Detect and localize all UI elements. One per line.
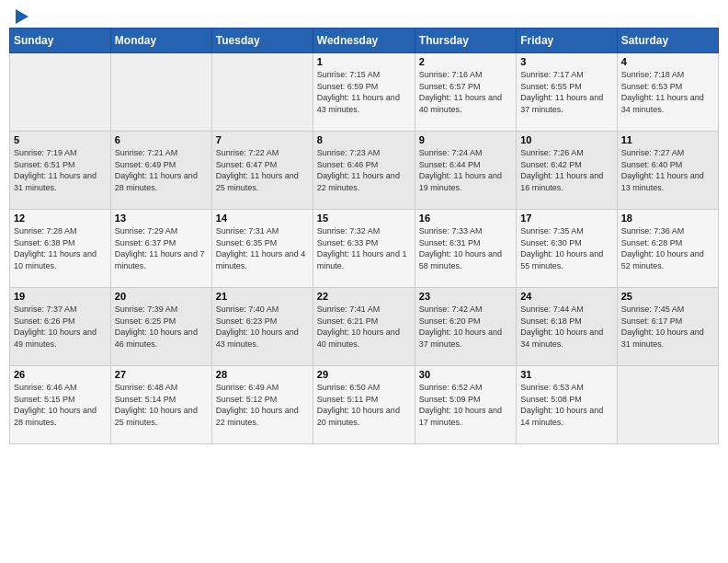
calendar-cell: 22Sunrise: 7:41 AMSunset: 6:21 PMDayligh… <box>313 288 415 366</box>
day-info: Sunrise: 7:31 AMSunset: 6:35 PMDaylight:… <box>216 225 309 271</box>
day-number: 18 <box>621 213 714 224</box>
day-info: Sunrise: 7:39 AMSunset: 6:25 PMDaylight:… <box>115 304 208 350</box>
calendar-cell <box>617 366 718 444</box>
calendar-cell: 20Sunrise: 7:39 AMSunset: 6:25 PMDayligh… <box>110 288 211 366</box>
day-number: 30 <box>419 369 512 380</box>
day-number: 19 <box>14 291 107 302</box>
day-info: Sunrise: 7:42 AMSunset: 6:20 PMDaylight:… <box>419 304 512 350</box>
day-info: Sunrise: 6:53 AMSunset: 5:08 PMDaylight:… <box>520 382 612 428</box>
day-number: 29 <box>317 369 411 380</box>
day-number: 31 <box>520 369 612 380</box>
day-number: 15 <box>317 213 411 224</box>
weekday-header-row: SundayMondayTuesdayWednesdayThursdayFrid… <box>10 29 719 53</box>
calendar-cell <box>10 53 111 132</box>
day-number: 12 <box>14 213 107 224</box>
calendar-cell: 11Sunrise: 7:27 AMSunset: 6:40 PMDayligh… <box>617 132 718 210</box>
day-number: 21 <box>216 291 309 302</box>
day-info: Sunrise: 7:29 AMSunset: 6:37 PMDaylight:… <box>115 225 208 271</box>
day-info: Sunrise: 6:49 AMSunset: 5:12 PMDaylight:… <box>216 382 309 428</box>
calendar-cell: 19Sunrise: 7:37 AMSunset: 6:26 PMDayligh… <box>10 288 111 366</box>
calendar-cell: 3Sunrise: 7:17 AMSunset: 6:55 PMDaylight… <box>517 53 617 132</box>
day-number: 7 <box>216 134 309 145</box>
day-number: 16 <box>419 213 512 224</box>
day-info: Sunrise: 7:40 AMSunset: 6:23 PMDaylight:… <box>216 304 309 350</box>
calendar-cell: 2Sunrise: 7:16 AMSunset: 6:57 PMDaylight… <box>415 53 516 132</box>
day-number: 25 <box>621 291 714 302</box>
calendar-cell: 26Sunrise: 6:46 AMSunset: 5:15 PMDayligh… <box>10 366 111 444</box>
calendar-cell: 28Sunrise: 6:49 AMSunset: 5:12 PMDayligh… <box>211 366 313 444</box>
day-info: Sunrise: 6:50 AMSunset: 5:11 PMDaylight:… <box>317 382 411 428</box>
logo <box>13 9 28 20</box>
day-number: 4 <box>621 56 714 67</box>
weekday-header: Monday <box>110 29 211 53</box>
weekday-header: Sunday <box>10 29 111 53</box>
calendar-cell: 9Sunrise: 7:24 AMSunset: 6:44 PMDaylight… <box>415 132 516 210</box>
day-info: Sunrise: 7:27 AMSunset: 6:40 PMDaylight:… <box>621 147 714 193</box>
day-number: 10 <box>520 134 612 145</box>
day-number: 6 <box>115 134 208 145</box>
weekday-header: Thursday <box>415 29 516 53</box>
day-number: 5 <box>14 134 107 145</box>
day-number: 2 <box>419 56 512 67</box>
day-number: 13 <box>115 213 208 224</box>
day-info: Sunrise: 6:48 AMSunset: 5:14 PMDaylight:… <box>115 382 208 428</box>
calendar-table: SundayMondayTuesdayWednesdayThursdayFrid… <box>9 28 719 444</box>
day-number: 9 <box>419 134 512 145</box>
calendar-cell: 14Sunrise: 7:31 AMSunset: 6:35 PMDayligh… <box>211 210 313 288</box>
day-info: Sunrise: 7:21 AMSunset: 6:49 PMDaylight:… <box>115 147 208 193</box>
calendar-week-row: 5Sunrise: 7:19 AMSunset: 6:51 PMDaylight… <box>10 132 719 210</box>
day-info: Sunrise: 7:15 AMSunset: 6:59 PMDaylight:… <box>317 69 411 115</box>
page-header <box>9 9 719 20</box>
calendar-cell: 1Sunrise: 7:15 AMSunset: 6:59 PMDaylight… <box>313 53 415 132</box>
day-info: Sunrise: 7:17 AMSunset: 6:55 PMDaylight:… <box>520 69 612 115</box>
weekday-header: Saturday <box>617 29 718 53</box>
calendar-cell: 6Sunrise: 7:21 AMSunset: 6:49 PMDaylight… <box>110 132 211 210</box>
calendar-cell: 23Sunrise: 7:42 AMSunset: 6:20 PMDayligh… <box>415 288 516 366</box>
calendar-cell: 7Sunrise: 7:22 AMSunset: 6:47 PMDaylight… <box>211 132 313 210</box>
calendar-cell: 31Sunrise: 6:53 AMSunset: 5:08 PMDayligh… <box>517 366 617 444</box>
weekday-header: Friday <box>517 29 617 53</box>
day-info: Sunrise: 7:32 AMSunset: 6:33 PMDaylight:… <box>317 225 411 271</box>
weekday-header: Tuesday <box>211 29 313 53</box>
calendar-cell: 21Sunrise: 7:40 AMSunset: 6:23 PMDayligh… <box>211 288 313 366</box>
day-info: Sunrise: 7:19 AMSunset: 6:51 PMDaylight:… <box>14 147 107 193</box>
day-info: Sunrise: 7:33 AMSunset: 6:31 PMDaylight:… <box>419 225 512 271</box>
calendar-cell: 25Sunrise: 7:45 AMSunset: 6:17 PMDayligh… <box>617 288 718 366</box>
day-info: Sunrise: 7:26 AMSunset: 6:42 PMDaylight:… <box>520 147 612 193</box>
calendar-week-row: 26Sunrise: 6:46 AMSunset: 5:15 PMDayligh… <box>10 366 719 444</box>
calendar-cell <box>110 53 211 132</box>
day-info: Sunrise: 6:52 AMSunset: 5:09 PMDaylight:… <box>419 382 512 428</box>
day-info: Sunrise: 7:22 AMSunset: 6:47 PMDaylight:… <box>216 147 309 193</box>
day-info: Sunrise: 7:41 AMSunset: 6:21 PMDaylight:… <box>317 304 411 350</box>
calendar-cell: 18Sunrise: 7:36 AMSunset: 6:28 PMDayligh… <box>617 210 718 288</box>
day-info: Sunrise: 7:36 AMSunset: 6:28 PMDaylight:… <box>621 225 714 271</box>
day-number: 23 <box>419 291 512 302</box>
calendar-cell: 13Sunrise: 7:29 AMSunset: 6:37 PMDayligh… <box>110 210 211 288</box>
day-info: Sunrise: 7:24 AMSunset: 6:44 PMDaylight:… <box>419 147 512 193</box>
calendar-cell: 10Sunrise: 7:26 AMSunset: 6:42 PMDayligh… <box>517 132 617 210</box>
calendar-cell: 30Sunrise: 6:52 AMSunset: 5:09 PMDayligh… <box>415 366 516 444</box>
day-info: Sunrise: 7:16 AMSunset: 6:57 PMDaylight:… <box>419 69 512 115</box>
day-number: 1 <box>317 56 411 67</box>
calendar-cell: 24Sunrise: 7:44 AMSunset: 6:18 PMDayligh… <box>517 288 617 366</box>
day-info: Sunrise: 6:46 AMSunset: 5:15 PMDaylight:… <box>14 382 107 428</box>
day-number: 8 <box>317 134 411 145</box>
calendar-cell <box>211 53 313 132</box>
calendar-cell: 4Sunrise: 7:18 AMSunset: 6:53 PMDaylight… <box>617 53 718 132</box>
day-number: 24 <box>520 291 612 302</box>
day-info: Sunrise: 7:28 AMSunset: 6:38 PMDaylight:… <box>14 225 107 271</box>
day-number: 27 <box>115 369 208 380</box>
day-info: Sunrise: 7:44 AMSunset: 6:18 PMDaylight:… <box>520 304 612 350</box>
day-number: 26 <box>14 369 107 380</box>
day-number: 20 <box>115 291 208 302</box>
calendar-cell: 17Sunrise: 7:35 AMSunset: 6:30 PMDayligh… <box>517 210 617 288</box>
day-info: Sunrise: 7:18 AMSunset: 6:53 PMDaylight:… <box>621 69 714 115</box>
day-info: Sunrise: 7:45 AMSunset: 6:17 PMDaylight:… <box>621 304 714 350</box>
weekday-header: Wednesday <box>313 29 415 53</box>
day-number: 22 <box>317 291 411 302</box>
calendar-week-row: 12Sunrise: 7:28 AMSunset: 6:38 PMDayligh… <box>10 210 719 288</box>
day-info: Sunrise: 7:35 AMSunset: 6:30 PMDaylight:… <box>520 225 612 271</box>
calendar-cell: 27Sunrise: 6:48 AMSunset: 5:14 PMDayligh… <box>110 366 211 444</box>
calendar-week-row: 19Sunrise: 7:37 AMSunset: 6:26 PMDayligh… <box>10 288 719 366</box>
logo-triangle-icon <box>16 9 28 24</box>
